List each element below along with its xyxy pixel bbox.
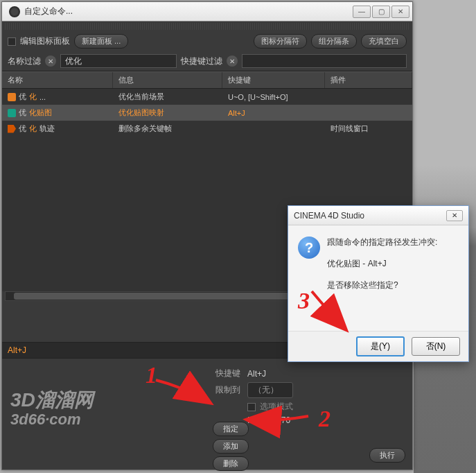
fill-space-button[interactable]: 充填空白 <box>361 34 407 49</box>
table-header: 名称 信息 快捷键 插件 <box>2 71 412 89</box>
shortcut-filter-input[interactable] <box>242 54 407 68</box>
name-filter-label: 名称过滤 <box>8 55 41 67</box>
dialog-message-1: 跟随命令的指定路径发生冲突: <box>327 237 459 248</box>
new-panel-button[interactable]: 新建面板 ... <box>74 34 128 49</box>
table-row[interactable]: 优化轨迹 删除多余关键帧 时间线窗口 <box>2 121 412 137</box>
shortcut-value: Alt+J <box>247 369 289 379</box>
edit-panel-label: 编辑图标面板 <box>20 35 70 47</box>
grip-bar[interactable] <box>5 23 409 30</box>
dialog-message-2: 优化贴图 - Alt+J <box>327 258 459 270</box>
add-button[interactable]: 添加 <box>213 439 249 454</box>
dialog-title: CINEMA 4D Studio <box>294 211 364 221</box>
option-mode-label: 选项模式 <box>260 401 293 413</box>
yes-button[interactable]: 是(Y) <box>356 336 405 356</box>
option-mode-checkbox[interactable] <box>247 403 256 411</box>
table-row[interactable]: 优化贴图 优化贴图映射 Alt+J <box>2 105 412 121</box>
confirm-dialog: CINEMA 4D Studio ✕ ? 跟随命令的指定路径发生冲突: 优化贴图… <box>288 205 469 362</box>
minimize-button[interactable]: — <box>353 6 371 18</box>
dialog-close-button[interactable]: ✕ <box>446 210 463 221</box>
shortcut-label: 快捷键 <box>215 368 247 379</box>
window-controls: — ▢ ✕ <box>353 6 409 18</box>
name-filter-input[interactable] <box>60 54 177 68</box>
app-icon <box>9 6 20 17</box>
titlebar[interactable]: 自定义命令... — ▢ ✕ <box>2 2 412 22</box>
top-toolbar: 编辑图标面板 新建面板 ... 图标分隔符 组分隔条 充填空白 <box>2 31 412 51</box>
th-name[interactable]: 名称 <box>2 72 113 88</box>
group-bar-button[interactable]: 组分隔条 <box>311 34 357 49</box>
th-info[interactable]: 信息 <box>113 72 222 88</box>
filter-row: 名称过滤 ✕ 快捷键过滤 ✕ <box>2 51 412 71</box>
window-title: 自定义命令... <box>24 6 353 17</box>
shortcut-filter-label: 快捷键过滤 <box>181 55 222 67</box>
no-button[interactable]: 否(N) <box>412 337 460 356</box>
dialog-titlebar[interactable]: CINEMA 4D Studio ✕ <box>288 206 468 225</box>
restrict-dropdown[interactable]: （无） <box>247 382 293 398</box>
clear-shortcut-filter-icon[interactable]: ✕ <box>227 55 238 67</box>
command-icon <box>8 109 16 117</box>
maximize-button[interactable]: ▢ <box>372 6 390 18</box>
dialog-message-3: 是否移除这些指定? <box>327 280 459 291</box>
question-icon: ? <box>298 237 320 259</box>
table-row[interactable]: 优化... 优化当前场景 U~O, [U~Shift+O] <box>2 89 412 105</box>
delete-button[interactable]: 删除 <box>213 456 249 471</box>
th-shortcut[interactable]: 快捷键 <box>222 72 325 88</box>
clear-name-filter-icon[interactable]: ✕ <box>45 55 56 67</box>
execute-button[interactable]: 执行 <box>369 448 405 463</box>
restrict-label: 限制到 <box>215 384 247 396</box>
command-icon <box>8 125 16 133</box>
close-button[interactable]: ✕ <box>391 6 409 18</box>
edit-panel-checkbox[interactable] <box>8 37 16 46</box>
assign-button[interactable]: 指定 <box>213 422 249 436</box>
command-id: ID 1011170 <box>247 415 401 425</box>
command-icon <box>8 93 16 101</box>
th-plugin[interactable]: 插件 <box>325 72 412 88</box>
icon-separator-button[interactable]: 图标分隔符 <box>254 34 307 49</box>
